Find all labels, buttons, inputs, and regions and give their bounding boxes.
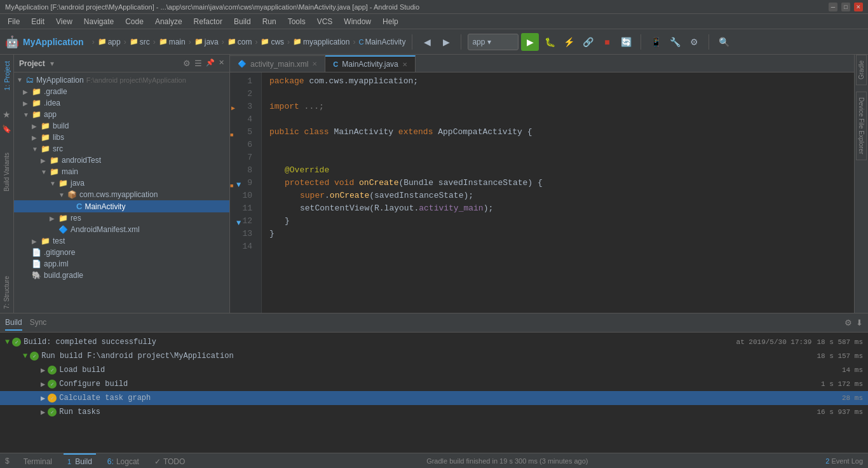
todo-icon: ✓ xyxy=(154,457,161,466)
menu-analyze[interactable]: Analyze xyxy=(150,16,187,27)
debug-button[interactable]: 🐛 xyxy=(541,34,558,50)
terminal-tab[interactable]: Terminal xyxy=(20,453,56,469)
menu-refactor[interactable]: Refactor xyxy=(189,16,227,27)
event-log-label: 2 Event Log xyxy=(825,457,863,465)
build-row-root[interactable]: ▼ ✓ Build: completed successfully at 201… xyxy=(0,335,868,349)
tab-mainactivity-java[interactable]: C MainActivity.java ✕ xyxy=(325,55,415,72)
gradle-panel-tab[interactable]: Gradle xyxy=(856,55,867,85)
xml-icon: 🔷 xyxy=(58,225,68,234)
logcat-label: Logcat xyxy=(116,457,139,466)
fold-icon-9[interactable]: ▼ xyxy=(236,179,241,191)
todo-tab[interactable]: ✓ TODO xyxy=(151,453,189,469)
tree-mainactivity[interactable]: C MainActivity xyxy=(14,200,229,212)
project-pin-icon[interactable]: 📌 xyxy=(206,59,215,68)
structure-label[interactable]: 7: Structure xyxy=(2,272,11,313)
fold-icon-3[interactable]: ▶ xyxy=(231,102,235,115)
menu-tools[interactable]: Tools xyxy=(283,16,311,27)
build-row-run-tasks[interactable]: ▶ ✓ Run tasks 16 s 937 ms xyxy=(0,405,868,419)
tree-idea-label: .idea xyxy=(44,99,60,107)
bookmarks-icon[interactable]: 🔖 xyxy=(0,122,14,136)
build-download-icon[interactable]: ⬇ xyxy=(856,318,863,327)
tree-libs[interactable]: ▶ 📁 libs xyxy=(14,132,229,143)
tree-appiml[interactable]: 📄 app.iml xyxy=(14,258,229,270)
build-root-text: Build: completed successfully xyxy=(24,338,736,347)
tree-manifest[interactable]: 🔷 AndroidManifest.xml xyxy=(14,224,229,235)
folder-build-icon: 📁 xyxy=(41,121,50,130)
menu-help[interactable]: Help xyxy=(377,16,403,27)
menu-run[interactable]: Run xyxy=(257,16,281,27)
tree-build[interactable]: ▶ 📁 build xyxy=(14,120,229,132)
line-num-1: 1 xyxy=(230,75,256,88)
build-bottom-tab[interactable]: 1 Build xyxy=(64,453,96,469)
logcat-tab[interactable]: 6: Logcat xyxy=(104,453,143,469)
favorites-icon[interactable]: ★ xyxy=(0,107,13,122)
configure-build-text: Configure build xyxy=(59,380,816,389)
run-button[interactable]: ▶ xyxy=(521,33,539,51)
menu-edit[interactable]: Edit xyxy=(26,16,50,27)
tab-close-xml[interactable]: ✕ xyxy=(312,60,317,67)
maximize-button[interactable]: □ xyxy=(841,3,850,11)
search-everywhere-button[interactable]: 🔍 xyxy=(715,34,732,50)
tab-close-java[interactable]: ✕ xyxy=(402,61,407,68)
run-config-dropdown[interactable]: app ▾ xyxy=(468,34,519,50)
attach-button[interactable]: 🔗 xyxy=(580,34,596,50)
tree-res[interactable]: ▶ 📁 res xyxy=(14,212,229,224)
xml-tab-icon: 🔷 xyxy=(238,60,247,68)
tree-buildgradle[interactable]: 🐘 build.gradle xyxy=(14,270,229,281)
project-collapse-icon[interactable]: ☰ xyxy=(194,59,202,68)
tree-test[interactable]: ▶ 📁 test xyxy=(14,235,229,247)
build-row-calc-task[interactable]: ▶ ✓ Calculate task graph 28 ms xyxy=(0,391,868,405)
line-num-9: ■ ▼ 9 xyxy=(230,177,256,189)
menu-build[interactable]: Build xyxy=(229,16,256,27)
build-tab[interactable]: Build xyxy=(5,315,22,331)
avd-button[interactable]: 📱 xyxy=(648,34,664,50)
fold-icon-12[interactable]: ▼ xyxy=(236,217,241,230)
menu-file[interactable]: File xyxy=(3,16,25,27)
build-row-run-build[interactable]: ▼ ✓ Run build F:\android project\MyAppli… xyxy=(0,349,868,363)
build-variants-label[interactable]: Build Variants xyxy=(2,149,11,195)
breadcrumb-myapp: 📁 myapplication xyxy=(293,38,349,46)
menu-vcs[interactable]: VCS xyxy=(312,16,338,27)
line-num-13: 13 xyxy=(230,228,256,240)
sync-button[interactable]: 🔄 xyxy=(618,34,634,50)
tree-androidtest[interactable]: ▶ 📁 androidTest xyxy=(14,155,229,166)
tree-gradle[interactable]: ▶ 📁 .gradle xyxy=(14,86,229,97)
line-num-6: 6 xyxy=(230,139,256,151)
tree-app[interactable]: ▼ 📁 app xyxy=(14,109,229,120)
code-editor[interactable]: 1 2 ▶ 3 4 ■ 5 6 7 8 ■ ▼ xyxy=(230,72,854,313)
project-settings-icon[interactable]: ⚙ xyxy=(183,59,191,68)
tree-src[interactable]: ▼ 📁 src xyxy=(14,143,229,155)
sync-tab[interactable]: Sync xyxy=(30,315,47,331)
sdk-button[interactable]: 🔧 xyxy=(667,34,683,50)
back-button[interactable]: ◀ xyxy=(419,34,435,50)
tree-gitignore[interactable]: 📄 .gitignore xyxy=(14,247,229,258)
tree-idea[interactable]: ▶ 📁 .idea xyxy=(14,97,229,109)
tree-package[interactable]: ▼ 📦 com.cws.myapplication xyxy=(14,189,229,200)
settings-button[interactable]: ⚙ xyxy=(686,34,702,50)
device-file-explorer-tab[interactable]: Device File Explorer xyxy=(856,92,867,160)
project-dropdown-icon[interactable]: ▾ xyxy=(50,59,54,68)
editor-area: 🔷 activity_main.xml ✕ C MainActivity.jav… xyxy=(230,55,854,313)
menu-window[interactable]: Window xyxy=(339,16,376,27)
tree-mainactivity-label: MainActivity xyxy=(85,202,125,211)
tree-root[interactable]: ▼ 🗂 MyApplication F:\android project\MyA… xyxy=(14,74,229,86)
breadcrumb-java: 📁 java xyxy=(194,38,219,46)
build-row-load-build[interactable]: ▶ ✓ Load build 14 ms xyxy=(0,363,868,377)
structure-icon[interactable]: 1: Project xyxy=(2,57,12,94)
minimize-button[interactable]: ─ xyxy=(829,3,837,11)
project-close-icon[interactable]: ✕ xyxy=(219,59,224,68)
code-content[interactable]: package com.cws.myapplication; import ..… xyxy=(262,72,854,313)
tree-main[interactable]: ▼ 📁 main xyxy=(14,166,229,177)
build-settings-icon[interactable]: ⚙ xyxy=(844,318,852,327)
menu-view[interactable]: View xyxy=(51,16,78,27)
menu-navigate[interactable]: Navigate xyxy=(79,16,119,27)
build-row-configure-build[interactable]: ▶ ✓ Configure build 1 s 172 ms xyxy=(0,377,868,391)
forward-button[interactable]: ▶ xyxy=(438,34,454,50)
close-button[interactable]: ✕ xyxy=(854,3,863,11)
status-dot-run-build: ✓ xyxy=(30,352,39,361)
tree-java[interactable]: ▼ 📁 java xyxy=(14,177,229,189)
menu-code[interactable]: Code xyxy=(120,16,149,27)
tab-activity-main-xml[interactable]: 🔷 activity_main.xml ✕ xyxy=(230,55,325,72)
profile-button[interactable]: ⚡ xyxy=(560,34,577,50)
stop-button[interactable]: ■ xyxy=(599,34,615,50)
